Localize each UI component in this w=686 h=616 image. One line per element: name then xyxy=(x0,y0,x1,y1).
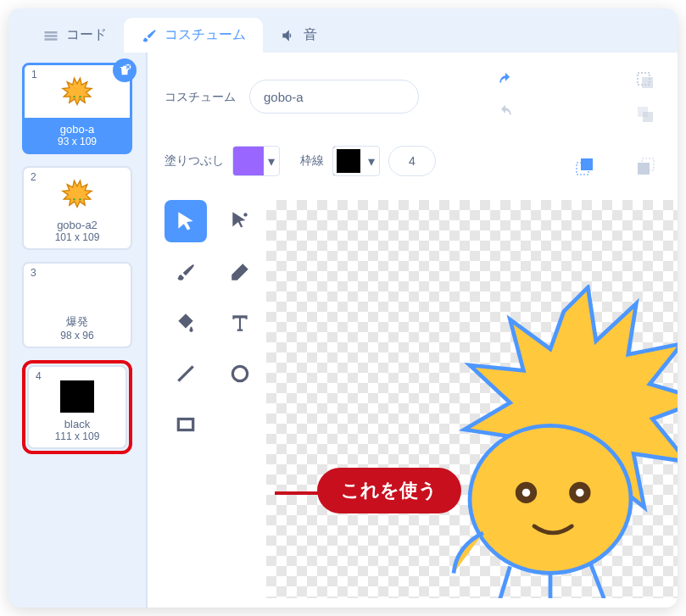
fill-color-picker[interactable]: ▾ xyxy=(232,146,280,176)
text-icon xyxy=(229,312,251,334)
redo-button[interactable] xyxy=(490,100,521,125)
thumb-name: black xyxy=(29,418,125,430)
svg-line-9 xyxy=(69,285,73,289)
circle-icon xyxy=(229,363,251,385)
bring-forward-button[interactable] xyxy=(569,154,600,180)
tab-sound[interactable]: 音 xyxy=(263,18,334,53)
thumb-dimensions: 101 x 109 xyxy=(24,231,131,243)
backward-icon xyxy=(635,157,655,177)
stroke-color-picker[interactable]: ▾ xyxy=(332,146,380,176)
tab-sound-label: 音 xyxy=(304,26,317,44)
tab-costume-label: コスチューム xyxy=(165,26,246,44)
tab-code-label: コード xyxy=(66,26,107,44)
svg-line-10 xyxy=(81,297,86,302)
trash-icon xyxy=(118,64,131,77)
delete-costume-button[interactable] xyxy=(113,58,137,82)
paintbrush-icon xyxy=(175,261,197,283)
text-tool[interactable] xyxy=(219,302,261,344)
svg-line-11 xyxy=(81,285,86,289)
thumb-index: 1 xyxy=(31,69,37,80)
costume-thumb-black[interactable]: 4 black 111 x 109 xyxy=(27,365,127,449)
costume-thumb-explosion[interactable]: 3 爆発 98 x 96 xyxy=(22,262,132,348)
thumb-name: gobo-a xyxy=(24,123,131,136)
svg-line-12 xyxy=(69,297,73,302)
select-tool[interactable] xyxy=(165,200,207,242)
eraser-icon xyxy=(229,261,251,283)
stroke-swatch xyxy=(333,146,364,176)
annotation-highlight: 4 black 111 x 109 xyxy=(22,360,132,454)
thumb-index: 4 xyxy=(36,370,42,382)
group-controls xyxy=(630,68,661,127)
svg-rect-24 xyxy=(178,419,192,430)
drawing-canvas[interactable] xyxy=(266,200,678,598)
thumb-preview xyxy=(56,178,98,217)
fill-tool[interactable] xyxy=(165,302,207,344)
svg-rect-18 xyxy=(581,158,593,170)
eraser-tool[interactable] xyxy=(219,251,261,293)
redo-icon xyxy=(494,104,516,121)
costume-name-label: コスチューム xyxy=(165,89,237,104)
thumb-name: gobo-a2 xyxy=(24,219,131,231)
rect-tool[interactable] xyxy=(165,403,207,446)
brush-tool[interactable] xyxy=(165,251,207,293)
thumb-dimensions: 111 x 109 xyxy=(29,430,125,442)
thumb-preview xyxy=(56,377,98,416)
svg-point-29 xyxy=(576,489,584,497)
svg-line-22 xyxy=(178,366,192,380)
circle-tool[interactable] xyxy=(219,352,261,395)
annotation-callout: これを使う xyxy=(317,468,461,513)
costume-name-input[interactable] xyxy=(249,80,419,114)
chevron-down-icon: ▾ xyxy=(264,153,279,169)
ungroup-icon xyxy=(635,104,655,125)
tab-costume[interactable]: コスチューム xyxy=(124,18,263,53)
svg-point-27 xyxy=(522,489,531,497)
costume-sidebar: 1 gobo-a 93 x 109 2 gobo-a2 101 x 10 xyxy=(8,53,146,608)
undo-button[interactable] xyxy=(490,68,521,93)
code-icon xyxy=(42,27,59,44)
costume-editor: コスチューム 塗りつぶし ▾ 枠線 xyxy=(146,53,678,608)
thumb-preview xyxy=(56,75,98,114)
reshape-icon xyxy=(229,210,251,232)
fill-swatch xyxy=(233,146,264,176)
line-tool[interactable] xyxy=(165,352,207,395)
group-button[interactable] xyxy=(630,68,661,93)
arrow-icon xyxy=(175,210,197,232)
tab-bar: コード コスチューム 音 xyxy=(8,8,678,53)
costume-thumb-gobo-a[interactable]: 1 gobo-a 93 x 109 xyxy=(22,63,132,154)
stroke-label: 枠線 xyxy=(300,153,324,169)
costume-thumb-gobo-a2[interactable]: 2 gobo-a2 101 x 109 xyxy=(22,166,132,250)
tool-palette xyxy=(165,200,266,598)
svg-rect-14 xyxy=(642,77,653,88)
brush-icon xyxy=(141,27,158,44)
svg-rect-20 xyxy=(638,163,650,175)
chevron-down-icon: ▾ xyxy=(364,153,379,169)
forward-icon xyxy=(574,157,594,177)
svg-point-25 xyxy=(470,425,631,573)
svg-point-23 xyxy=(232,366,247,380)
svg-point-4 xyxy=(79,198,81,201)
gobo-sprite xyxy=(415,285,678,598)
thumb-name: 爆発 xyxy=(24,314,131,330)
svg-point-1 xyxy=(73,96,75,98)
line-icon xyxy=(175,363,197,385)
svg-point-21 xyxy=(243,213,247,216)
thumb-index: 2 xyxy=(31,171,36,183)
fill-label: 塗りつぶし xyxy=(165,153,224,169)
undo-icon xyxy=(494,72,516,89)
rect-icon xyxy=(175,413,197,436)
annotation-connector xyxy=(275,491,322,495)
group-icon xyxy=(635,70,655,91)
svg-rect-16 xyxy=(643,112,653,122)
send-backward-button[interactable] xyxy=(630,154,661,180)
svg-point-3 xyxy=(73,198,75,201)
thumb-dimensions: 93 x 109 xyxy=(24,136,131,147)
thumb-dimensions: 98 x 96 xyxy=(24,330,131,341)
reshape-tool[interactable] xyxy=(219,200,261,242)
ungroup-button[interactable] xyxy=(630,102,661,127)
stroke-width-input[interactable] xyxy=(388,146,436,176)
sound-icon xyxy=(280,27,297,44)
bucket-icon xyxy=(175,312,197,334)
tab-code[interactable]: コード xyxy=(25,18,124,53)
thumb-preview xyxy=(56,274,98,313)
svg-point-2 xyxy=(79,96,81,98)
